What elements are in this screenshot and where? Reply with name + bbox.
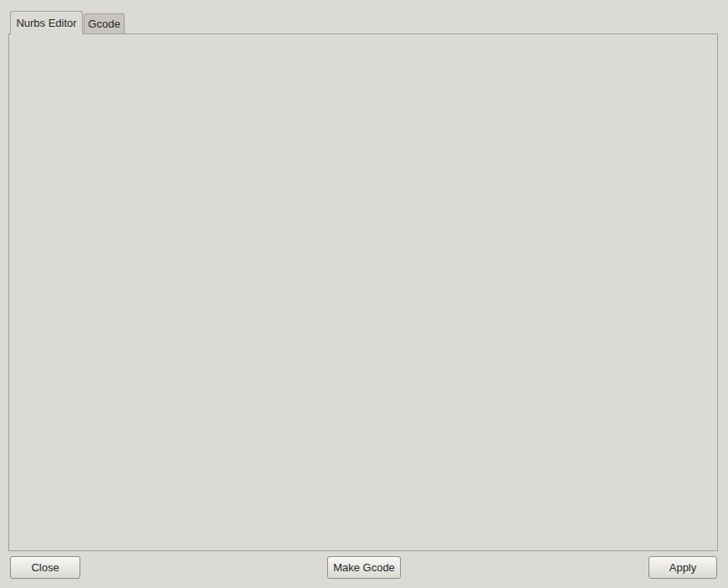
nurbs-editor-panel	[8, 33, 718, 551]
apply-button[interactable]: Apply	[649, 556, 717, 579]
tab-nurbs-editor[interactable]: Nurbs Editor	[10, 11, 83, 34]
tab-gcode[interactable]: Gcode	[84, 13, 125, 33]
button-label: Make Gcode	[333, 561, 395, 574]
close-button[interactable]: Close	[10, 556, 80, 579]
nurbs-editor-window: Nurbs Editor Gcode Tool 0 Feed 0.00 Rapi…	[0, 0, 728, 588]
tab-label: Nurbs Editor	[16, 17, 76, 29]
button-label: Apply	[669, 561, 697, 574]
tab-label: Gcode	[88, 18, 120, 30]
button-label: Close	[31, 561, 59, 574]
make-gcode-button[interactable]: Make Gcode	[327, 556, 401, 579]
